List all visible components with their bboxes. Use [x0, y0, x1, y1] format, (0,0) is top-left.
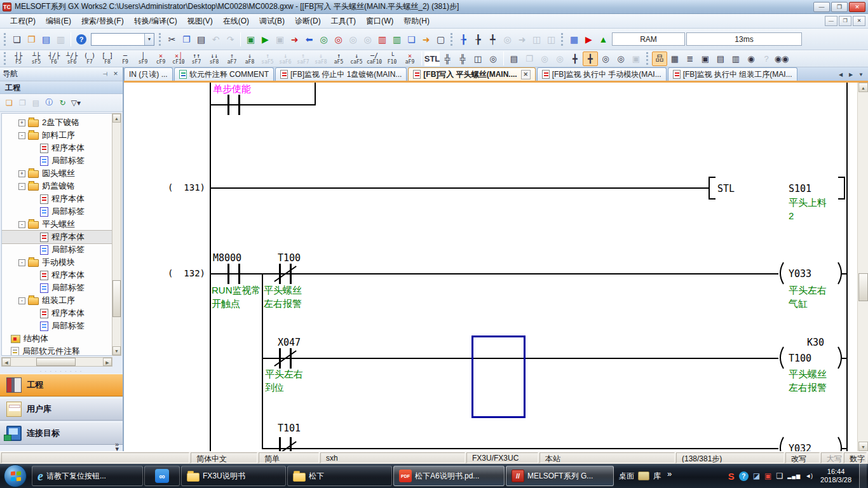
- scroll-right-icon[interactable]: ▶: [103, 358, 112, 366]
- toolbar-file-button[interactable]: ❐: [24, 32, 39, 46]
- toolbar-grip[interactable]: [4, 52, 7, 65]
- toolbar-ladder-button[interactable]: ◫: [529, 32, 544, 46]
- pin-icon[interactable]: ⊤: [100, 70, 109, 79]
- project-toolbar-button[interactable]: ⓘ: [43, 96, 56, 109]
- scroll-up-icon[interactable]: ▲: [858, 83, 868, 92]
- taskbar-item-baidu-netdisk[interactable]: ∞: [144, 466, 180, 486]
- tree-item[interactable]: + 圆头螺丝: [2, 167, 112, 180]
- ladder-symbol-button[interactable]: ↑saF5: [259, 51, 276, 67]
- ladder-view-button[interactable]: ❐: [522, 51, 537, 66]
- tab-list-menu-icon[interactable]: ▼: [857, 70, 865, 79]
- toolbar-online-button[interactable]: ▶: [258, 32, 273, 46]
- toolbar-grip[interactable]: [646, 52, 649, 65]
- toolbar-file-button[interactable]: ❏: [10, 32, 24, 46]
- tray-icon[interactable]: ◄): [805, 473, 813, 479]
- menu-item[interactable]: 编辑(E): [41, 14, 76, 29]
- docking-window-button[interactable]: ◉: [743, 51, 759, 66]
- tray-icon[interactable]: ▣: [764, 471, 771, 480]
- toolbar-online-button[interactable]: ➜: [287, 32, 302, 46]
- menu-item[interactable]: 搜索/替换(F): [76, 14, 129, 29]
- ladder-edit-button[interactable]: ╬: [455, 51, 470, 66]
- toolbar-monitor-button[interactable]: ▦: [567, 32, 581, 46]
- toolbar-online-button[interactable]: ▥: [375, 32, 390, 46]
- tree-expander-icon[interactable]: +: [18, 119, 25, 126]
- toolbar-ladder-button[interactable]: ◫: [544, 32, 559, 46]
- tree-item[interactable]: 局部标签: [2, 243, 112, 256]
- edit-cursor[interactable]: [471, 336, 526, 418]
- tree-expander-icon[interactable]: -: [18, 183, 25, 190]
- toolbar-file-button[interactable]: ▥: [53, 32, 68, 46]
- mdi-minimize-button[interactable]: —: [825, 16, 837, 26]
- ladder-editor[interactable]: 单步使能 ( 131) STL S101 平头上料 2 ( 132) M8000…: [124, 83, 868, 451]
- toolbar-edit-button[interactable]: ❐: [179, 32, 194, 46]
- restore-button[interactable]: ❐: [831, 2, 848, 12]
- ladder-edit-button[interactable]: ╬: [440, 51, 455, 66]
- tray-icon[interactable]: ?: [739, 471, 749, 481]
- ladder-symbol-button[interactable]: ↓↓sF8: [205, 51, 223, 67]
- tree-expander-icon[interactable]: -: [18, 221, 25, 228]
- nav-view-user-library-button[interactable]: 用户库: [0, 398, 123, 421]
- ladder-symbol-button[interactable]: ✕│cF10: [170, 51, 187, 67]
- tray-icon[interactable]: ❏: [776, 471, 783, 480]
- ladder-symbol-button[interactable]: ↑aF5: [330, 51, 348, 67]
- panel-close-icon[interactable]: ✕: [111, 70, 120, 79]
- toolbar-online-button[interactable]: ❏: [404, 32, 419, 46]
- tab-fb-write-active[interactable]: [FB]写入 平头螺丝(MAIN....✕: [408, 67, 535, 81]
- toolbar-ladder-button[interactable]: ◎: [500, 32, 515, 46]
- tray-icon[interactable]: ◪: [753, 471, 760, 480]
- tray-icon[interactable]: ▂▄▆: [787, 473, 801, 479]
- tree-item[interactable]: - 卸料工序: [2, 129, 112, 142]
- show-desktop-button[interactable]: [859, 464, 867, 488]
- ladder-symbol-button[interactable]: ┤├F5: [10, 51, 27, 67]
- toolbar-edit-button[interactable]: ▤: [194, 32, 208, 46]
- tree-vertical-scrollbar[interactable]: ▲ ▼: [112, 113, 121, 356]
- instruction-STL[interactable]: STL: [717, 183, 735, 194]
- keyword-combobox[interactable]: ▼: [91, 33, 154, 46]
- taskbar-item-folder-panasonic[interactable]: 松下: [287, 466, 392, 486]
- mdi-close-button[interactable]: ✕: [853, 16, 865, 26]
- toolbar-edit-button[interactable]: ✂: [165, 32, 179, 46]
- toolbar-online-button[interactable]: ▥: [390, 32, 404, 46]
- tree-item[interactable]: 程序本体: [2, 307, 112, 320]
- tab-fb-monitor-2[interactable]: [FB]监视 执行中 手动模块(MAI...: [537, 67, 667, 81]
- toolbar-online-button[interactable]: ◎: [346, 32, 360, 46]
- project-toolbar-button[interactable]: ❏: [3, 96, 16, 109]
- tree-item[interactable]: 程序本体: [2, 231, 112, 243]
- taskbar-item-folder-fx3u[interactable]: FX3U说明书: [181, 466, 286, 486]
- ladder-edit-button[interactable]: ◫: [470, 51, 485, 66]
- ladder-symbol-button[interactable]: ─F9: [116, 51, 134, 67]
- toolbar-online-button[interactable]: ◎: [331, 32, 346, 46]
- toolbar-online-button[interactable]: ▣: [243, 32, 258, 46]
- ladder-edit-button[interactable]: STL: [424, 51, 440, 66]
- docking-window-button[interactable]: ◉◉: [774, 51, 789, 66]
- tree-item[interactable]: 局部软元件注释: [2, 345, 112, 356]
- menu-item[interactable]: 视图(V): [182, 14, 218, 29]
- ladder-view-button[interactable]: ╋: [567, 51, 583, 66]
- tree-item[interactable]: - 手动模块: [2, 256, 112, 269]
- minimize-button[interactable]: —: [813, 2, 830, 12]
- docking-window-button[interactable]: 品: [652, 51, 667, 66]
- ladder-view-button[interactable]: ╋: [583, 51, 598, 66]
- project-toolbar-button[interactable]: ▽▾: [69, 96, 83, 109]
- tab-fb-monitor-1[interactable]: [FB]监视 停止中 1盘镀铬(MAIN...: [275, 67, 407, 81]
- desktop-toolbar-label[interactable]: 桌面: [619, 471, 634, 482]
- menu-item[interactable]: 工程(P): [5, 14, 41, 29]
- scroll-up-icon[interactable]: ▲: [112, 114, 121, 123]
- contact-branch[interactable]: [227, 95, 240, 115]
- toolbar-monitor-button[interactable]: ▲: [596, 32, 611, 46]
- toolbar-ladder-button[interactable]: ╇: [485, 32, 500, 46]
- docking-window-button[interactable]: ▥: [728, 51, 743, 66]
- tree-item[interactable]: 局部标签: [2, 281, 112, 294]
- ladder-symbol-button[interactable]: │sF9: [134, 51, 152, 67]
- taskbar-overflow-chevron-icon[interactable]: »: [667, 469, 672, 478]
- toolbar-grip[interactable]: [159, 33, 162, 46]
- ladder-symbol-button[interactable]: ( )F7: [81, 51, 98, 67]
- taskbar-item-pdf[interactable]: PDF 松下A6说明书.pd...: [393, 466, 505, 486]
- mdi-restore-button[interactable]: ❐: [839, 16, 851, 26]
- contact-T101-nc[interactable]: [279, 437, 292, 451]
- contact-M8000[interactable]: [227, 264, 240, 284]
- ladder-symbol-button[interactable]: ┤/├F6: [45, 51, 63, 67]
- editor-vertical-scrollbar[interactable]: ▲ ▼: [857, 83, 868, 451]
- nav-view-project-button[interactable]: 工程: [0, 374, 123, 396]
- toolbar-edit-button[interactable]: ↷: [223, 32, 238, 46]
